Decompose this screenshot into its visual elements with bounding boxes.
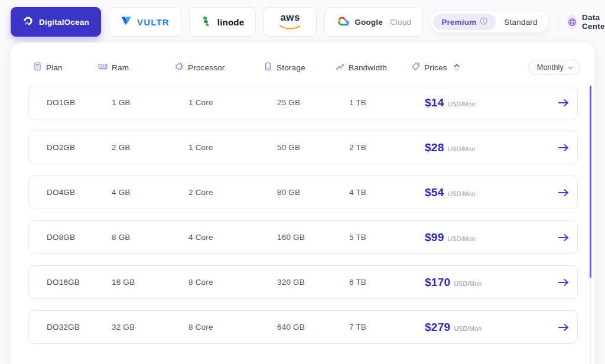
- tab-label: linode: [217, 17, 244, 27]
- sort-chevrons-icon[interactable]: [454, 64, 460, 72]
- billing-period-value: Monthly: [537, 63, 564, 72]
- plan-name: DO32GB: [47, 323, 112, 332]
- plan-row[interactable]: DO8GB 8 GB 4 Core 160 GB 5 TB $99 USD/Mo…: [28, 220, 578, 254]
- processor-value: 8 Core: [188, 278, 277, 287]
- plan-rows: DO1GB 1 GB 1 Core 25 GB 1 TB $14 USD/Mon…: [28, 86, 578, 344]
- column-header-prices: Prices: [411, 62, 514, 73]
- price-value: $99: [425, 231, 444, 244]
- scrollbar-thumb[interactable]: [590, 86, 591, 278]
- plan-row[interactable]: DO1GB 1 GB 1 Core 25 GB 1 TB $14 USD/Mon: [28, 86, 578, 119]
- ram-value: 8 GB: [112, 233, 188, 242]
- linode-logo-icon: [201, 15, 212, 28]
- processor-value: 2 Core: [188, 188, 277, 197]
- bandwidth-value: 4 TB: [349, 188, 425, 197]
- plan-row[interactable]: DO2GB 2 GB 1 Core 50 GB 2 TB $28 USD/Mon: [28, 131, 578, 164]
- arrow-right-icon[interactable]: [522, 144, 569, 152]
- price-unit: USD/Mon: [448, 190, 476, 197]
- tag-icon: [411, 62, 420, 73]
- price-cell: $279 USD/Mon: [425, 321, 522, 334]
- storage-value: 25 GB: [277, 98, 349, 107]
- price-value: $170: [425, 276, 450, 289]
- aws-logo-text: aws: [280, 12, 300, 22]
- billing-period-dropdown[interactable]: Monthly: [528, 60, 580, 75]
- bandwidth-value: 1 TB: [349, 98, 425, 107]
- processor-value: 1 Core: [188, 143, 277, 152]
- price-unit: USD/Mon: [448, 145, 476, 152]
- data-centers-label: Data Centers: [582, 13, 605, 31]
- price-value: $14: [425, 96, 444, 109]
- aws-smile-icon: [279, 22, 301, 32]
- data-centers-button[interactable]: Data Centers: [567, 13, 605, 31]
- plan-name: DO4GB: [47, 188, 112, 197]
- price-value: $28: [425, 141, 444, 154]
- bandwidth-value: 5 TB: [349, 233, 425, 242]
- premium-toggle[interactable]: Premium: [433, 14, 496, 30]
- plan-row[interactable]: DO32GB 32 GB 8 Core 640 GB 7 TB $279 USD…: [28, 310, 578, 344]
- plan-name: DO8GB: [47, 233, 112, 242]
- bandwidth-value: 6 TB: [349, 278, 425, 287]
- plan-row[interactable]: DO16GB 16 GB 8 Core 320 GB 6 TB $170 USD…: [28, 265, 578, 299]
- plan-name: DO1GB: [47, 98, 112, 107]
- tab-digitalocean[interactable]: DigitalOcean: [11, 7, 101, 37]
- processor-value: 1 Core: [188, 98, 277, 107]
- plan-name: DO16GB: [47, 278, 112, 287]
- column-header-processor: Processor: [175, 62, 277, 73]
- storage-value: 160 GB: [277, 233, 349, 242]
- ram-value: 1 GB: [112, 98, 188, 107]
- price-cell: $14 USD/Mon: [425, 96, 522, 109]
- arrow-right-icon[interactable]: [522, 278, 569, 287]
- storage-value: 640 GB: [277, 323, 349, 332]
- price-cell: $170 USD/Mon: [425, 276, 522, 289]
- price-cell: $99 USD/Mon: [425, 231, 522, 244]
- price-value: $279: [425, 321, 450, 334]
- tab-label: DigitalOcean: [39, 18, 89, 27]
- storage-value: 50 GB: [277, 143, 349, 152]
- table-header: Plan Ram Processor: [11, 59, 594, 76]
- tab-vultr[interactable]: VULTR: [109, 7, 181, 37]
- arrow-right-icon[interactable]: [522, 99, 569, 107]
- price-cell: $28 USD/Mon: [425, 141, 522, 154]
- provider-tab-bar: DigitalOcean VULTR linode aws: [11, 7, 600, 37]
- scrollbar-track[interactable]: [590, 86, 591, 364]
- drive-icon: [264, 62, 272, 73]
- cpu-icon: [175, 62, 184, 73]
- arrow-right-icon[interactable]: [522, 323, 569, 332]
- processor-value: 8 Core: [188, 323, 277, 332]
- storage-value: 320 GB: [277, 278, 349, 287]
- chevron-down-icon: [568, 63, 573, 72]
- server-icon: [33, 62, 42, 73]
- tab-linode[interactable]: linode: [189, 7, 256, 37]
- ram-value: 2 GB: [112, 143, 188, 152]
- plan-row[interactable]: DO4GB 4 GB 2 Core 80 GB 4 TB $54 USD/Mon: [28, 176, 578, 209]
- storage-value: 80 GB: [277, 188, 349, 197]
- price-unit: USD/Mon: [454, 325, 482, 332]
- tab-label: VULTR: [137, 17, 170, 27]
- google-cloud-logo-icon: [336, 16, 349, 28]
- pricing-table-card: Plan Ram Processor: [11, 43, 594, 364]
- tab-label-cloud: Cloud: [390, 18, 411, 27]
- memory-icon: [98, 62, 108, 73]
- arrow-right-icon[interactable]: [522, 188, 569, 197]
- globe-icon: [567, 15, 577, 29]
- price-unit: USD/Mon: [448, 100, 476, 108]
- ram-value: 32 GB: [112, 323, 188, 332]
- ram-value: 4 GB: [112, 188, 188, 197]
- divider: [558, 13, 558, 31]
- digitalocean-logo-icon: [22, 15, 34, 28]
- standard-toggle[interactable]: Standard: [496, 14, 545, 30]
- tab-aws[interactable]: aws: [264, 7, 317, 37]
- top-right-controls: Premium Standard: [431, 11, 605, 32]
- info-icon[interactable]: [480, 17, 487, 27]
- tab-google-cloud[interactable]: Google Cloud: [324, 7, 423, 37]
- tab-label-google: Google: [354, 18, 383, 27]
- price-unit: USD/Mon: [448, 235, 476, 242]
- throughput-icon: [336, 62, 344, 73]
- bandwidth-value: 7 TB: [349, 323, 425, 332]
- arrow-right-icon[interactable]: [522, 233, 569, 242]
- ram-value: 16 GB: [112, 278, 188, 287]
- price-cell: $54 USD/Mon: [425, 186, 522, 199]
- tier-toggle: Premium Standard: [431, 11, 548, 32]
- price-unit: USD/Mon: [454, 280, 482, 287]
- standard-label: Standard: [504, 18, 537, 27]
- plan-name: DO2GB: [47, 143, 112, 152]
